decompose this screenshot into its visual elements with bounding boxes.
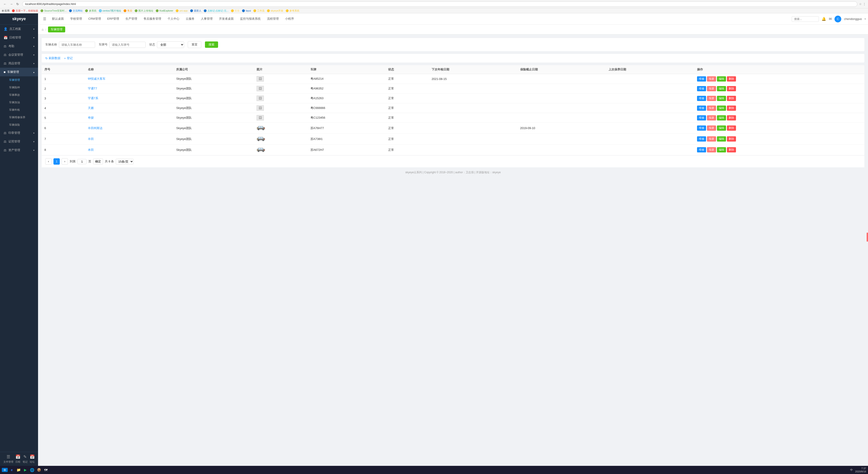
nav-item-aftersale[interactable]: 售后服务管理 (141, 13, 164, 25)
register-button[interactable]: + 登记 (64, 56, 73, 60)
bookmark-sourcetree[interactable]: 🟢 SourceTree安装时... (40, 9, 67, 12)
per-page-select[interactable]: 15条/页 30条/页 50条/页 (116, 159, 134, 164)
sidebar-sub-vehicle-maintenance[interactable]: 车辆维修保养 (0, 114, 38, 121)
nav-item-hr[interactable]: 人事管理 (198, 13, 216, 25)
reset-button[interactable]: 重置 (188, 41, 201, 48)
bookmark-imgupload[interactable]: 🟢 图片上传地址 (134, 9, 153, 12)
delete-button[interactable]: 删除 (727, 96, 736, 101)
report-button[interactable]: 报废 (707, 76, 716, 82)
edit-button[interactable]: 编辑 (717, 136, 726, 141)
notification-icon[interactable]: 🔔 (822, 17, 826, 21)
taskbar-chrome-icon[interactable]: 🌐 (29, 467, 35, 473)
edit-button[interactable]: 编辑 (717, 105, 726, 111)
page-confirm-button[interactable]: 确定 (93, 159, 103, 164)
bookmark-exchange[interactable]: 🔵 交流网站 (69, 9, 83, 12)
edit-button[interactable]: 编辑 (717, 76, 726, 82)
next-page-button[interactable]: › (62, 158, 68, 165)
report-button[interactable]: 报废 (707, 136, 716, 141)
vehicle-name-link[interactable]: 天籁 (88, 106, 94, 109)
username-label[interactable]: chendongguo (844, 17, 862, 21)
vehicle-name-link[interactable]: 本田 (88, 148, 94, 152)
vehicle-image-placeholder[interactable]: 🖼 (256, 115, 264, 121)
nav-item-erp[interactable]: ERP管理 (104, 13, 123, 25)
bookmark-workflow[interactable]: 🟡 工作流 (253, 9, 265, 12)
bookmark-centos[interactable]: 🌐 centos7图片地址 (99, 9, 121, 12)
delete-button[interactable]: 删除 (727, 125, 736, 131)
sidebar-item-meeting[interactable]: ⚖ 会议室管理 ▾ (0, 51, 38, 59)
nav-item-devdesk[interactable]: 开发者桌面 (216, 13, 237, 25)
report-button[interactable]: 报废 (707, 96, 716, 101)
vehicle-image-placeholder[interactable]: 🖼 (256, 105, 264, 111)
taskbar-maps-icon[interactable]: 🗺 (42, 467, 49, 473)
sidebar-footer-notes[interactable]: ✎ 笔记 (23, 454, 28, 464)
sidebar-sub-vehicle-manage[interactable]: 车辆管理 (0, 76, 38, 84)
nav-item-crm[interactable]: CRM管理 (85, 13, 104, 25)
edit-button[interactable]: 编辑 (717, 115, 726, 121)
maintain-button[interactable]: 维修 (697, 125, 706, 131)
bookmark-cansys[interactable]: 🟢 参系统 (85, 9, 96, 12)
bookmark-pointmark[interactable]: 🔵 点标记-点标记-元... (204, 9, 229, 12)
page-1-button[interactable]: 1 (54, 158, 60, 165)
page-number-input[interactable] (78, 159, 87, 164)
maintain-button[interactable]: 维修 (697, 115, 706, 121)
sidebar-item-asset[interactable]: ⚖ 资产管理 ▾ (0, 146, 38, 154)
vehicle-name-link[interactable]: 宇通T7 (88, 87, 97, 90)
vehicle-name-link[interactable]: 宇通7系 (88, 96, 98, 100)
bookmark-layui[interactable]: 🔵 layui (242, 9, 251, 12)
vehicle-name-link[interactable]: 奇骏 (88, 116, 94, 119)
vehicle-name-link[interactable]: 丰田柯斯达 (88, 126, 102, 130)
start-button[interactable]: ⊞ (2, 468, 8, 472)
user-dropdown-icon[interactable]: ▾ (865, 18, 866, 20)
status-select[interactable]: 全部 正常 报废 (157, 41, 184, 48)
bookmark-baidu[interactable]: 🔴 百度一下，你就知道 (12, 9, 38, 12)
sidebar-sub-vehicle-fuel[interactable]: 车辆加油 (0, 99, 38, 106)
delete-button[interactable]: 删除 (727, 105, 736, 111)
maintain-button[interactable]: 维修 (697, 86, 706, 91)
edit-button[interactable]: 编辑 (717, 96, 726, 101)
delete-button[interactable]: 删除 (727, 76, 736, 82)
taskbar-app1-icon[interactable]: 📦 (36, 467, 42, 473)
prev-page-button[interactable]: ‹ (45, 158, 52, 165)
vehicle-image-placeholder[interactable]: 🖼 (256, 86, 264, 91)
sidebar-item-vehicle[interactable]: ■ 车辆管理 ▴ (0, 68, 38, 76)
nav-item-miniapp[interactable]: 小程序 (282, 13, 297, 25)
breadcrumb-home-icon[interactable]: ⌂ (42, 28, 43, 31)
refresh-button[interactable]: ↻ 刷新数据 (45, 56, 60, 60)
edit-button[interactable]: 编辑 (717, 125, 726, 131)
bookmark-apps[interactable]: ⊞ 应用 (2, 9, 9, 12)
report-button[interactable]: 报废 (707, 115, 716, 121)
report-button[interactable]: 报废 (707, 86, 716, 91)
report-button[interactable]: 报废 (707, 105, 716, 111)
bookmark-anjuan[interactable]: 🟡 答卷 (231, 9, 240, 12)
sidebar-item-supplies[interactable]: ⚖ 用品管理 ▾ (0, 59, 38, 68)
delete-button[interactable]: 删除 (727, 147, 736, 152)
maintain-button[interactable]: 维修 (697, 136, 706, 141)
taskbar-play-icon[interactable]: ▶ (22, 467, 29, 473)
sidebar-footer-filemanager[interactable]: ☰ 文件管理 (3, 454, 13, 464)
vehicle-image-placeholder[interactable]: 🖼 (256, 96, 264, 101)
nav-item-school[interactable]: 学校管理 (67, 13, 85, 25)
vehicle-name-link[interactable]: 丰田 (88, 137, 94, 140)
forward-button[interactable]: → (9, 1, 14, 7)
bookmark-refsys[interactable]: 🟡 参考系统 (285, 9, 299, 12)
sidebar-footer-schedule[interactable]: 📅 日程 (16, 454, 20, 464)
nav-item-monitor[interactable]: 监控与报表系统 (237, 13, 264, 25)
bookmark-tuiqun[interactable]: 🔵 退群人 (190, 9, 201, 12)
vehicle-name-link[interactable]: 钟悦诚大客车 (88, 77, 105, 81)
nav-item-default-desktop[interactable]: 默认桌面 (49, 13, 67, 25)
message-icon[interactable]: ✉ (829, 17, 832, 21)
address-bar[interactable]: localhost:8081/tpl/traditionpage/index.h… (22, 1, 857, 7)
bookmark-skyeye-dev[interactable]: 🟡 skyeye开发 (267, 9, 283, 12)
delete-button[interactable]: 删除 (727, 136, 736, 141)
delete-button[interactable]: 删除 (727, 115, 736, 121)
nav-item-process[interactable]: 流程管理 (264, 13, 282, 25)
scroll-indicator[interactable] (867, 232, 868, 242)
sidebar-sub-vehicle-inspection[interactable]: 车辆年检 (0, 106, 38, 114)
taskbar-explorer-icon[interactable]: 📁 (16, 467, 22, 473)
sidebar-item-license[interactable]: ⚖ 证照管理 ▾ (0, 137, 38, 146)
sidebar-item-seal[interactable]: ⚖ 印章管理 ▾ (0, 129, 38, 137)
bookmark-kodexplorer[interactable]: 🟢 KodExplorer (156, 9, 173, 12)
sidebar-item-schedule[interactable]: 📅 日程管理 ▾ (0, 33, 38, 42)
report-button[interactable]: 报废 (707, 125, 716, 131)
maintain-button[interactable]: 维修 (697, 96, 706, 101)
